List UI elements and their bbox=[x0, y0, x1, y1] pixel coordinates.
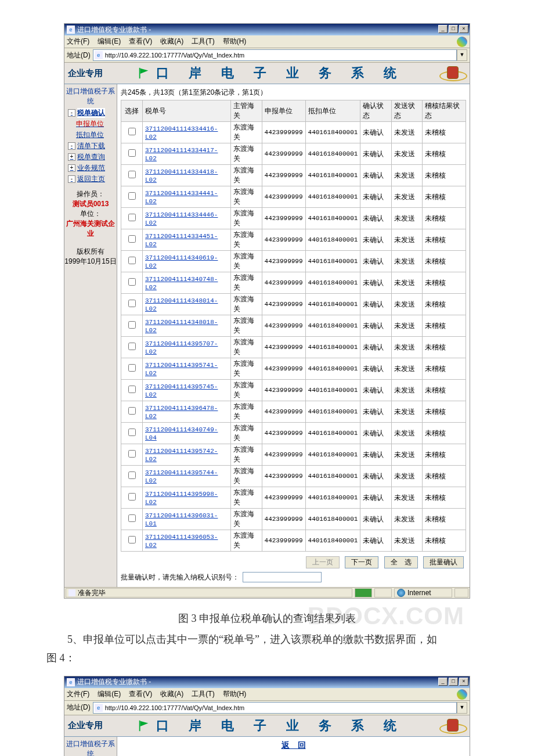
close-button[interactable]: × bbox=[459, 25, 468, 33]
tree-expander-icon[interactable]: + bbox=[68, 153, 75, 161]
menu-view[interactable]: 查看(V) bbox=[129, 689, 152, 699]
table-cell: 未稽核 bbox=[423, 122, 466, 143]
row-checkbox[interactable] bbox=[128, 471, 136, 479]
address-field[interactable]: e http://10.49.222.100:17777/Vat/Qy/Vat_… bbox=[93, 702, 457, 714]
select-all-button[interactable]: 全 选 bbox=[384, 556, 418, 568]
menu-help[interactable]: 帮助(H) bbox=[223, 37, 247, 46]
tax-bill-link[interactable]: 371120041114396478-L02 bbox=[145, 405, 218, 420]
tax-bill-link[interactable]: 371120041114348018-L02 bbox=[145, 319, 218, 334]
sidebar-item[interactable]: -返回主页 bbox=[64, 174, 117, 185]
tax-bill-link[interactable]: 371120041114334446-L02 bbox=[145, 211, 218, 226]
tax-bill-link[interactable]: 371120041114334416-L02 bbox=[145, 125, 218, 141]
row-checkbox[interactable] bbox=[128, 386, 136, 393]
table-cell: 4401618400001 bbox=[305, 251, 360, 272]
row-checkbox[interactable] bbox=[128, 171, 136, 178]
table-cell: 东渡海关 bbox=[231, 423, 262, 444]
menu-file[interactable]: 文件(F) bbox=[67, 37, 89, 46]
sidebar-item[interactable]: -税单确认 bbox=[64, 107, 117, 118]
close-button[interactable]: × bbox=[459, 678, 468, 686]
tax-bill-link[interactable]: 371120041114396031-L01 bbox=[145, 512, 218, 527]
tax-bill-link[interactable]: 371120041114395707-L02 bbox=[145, 340, 218, 355]
row-checkbox[interactable] bbox=[128, 235, 136, 243]
table-header: 选择 bbox=[121, 100, 143, 122]
row-checkbox[interactable] bbox=[128, 407, 136, 415]
sidebar-item[interactable]: +业务规范 bbox=[64, 163, 117, 174]
table-cell: 未稽核 bbox=[423, 294, 466, 315]
row-checkbox[interactable] bbox=[128, 450, 136, 458]
table-cell: 4401618400001 bbox=[305, 401, 360, 423]
minimize-button[interactable]: _ bbox=[438, 25, 448, 33]
next-page-button[interactable]: 下一页 bbox=[345, 556, 378, 568]
tax-bill-link[interactable]: 371120041114340749-L04 bbox=[145, 426, 218, 441]
paging-text: 共245条，共13页（第1至第20条记录，第1页） bbox=[121, 87, 466, 100]
address-dropdown[interactable]: ▼ bbox=[457, 702, 467, 714]
row-checkbox[interactable] bbox=[128, 536, 136, 543]
row-checkbox[interactable] bbox=[128, 493, 136, 501]
table-row: 371120041114395998-L02东渡海关44239999994401… bbox=[121, 487, 466, 509]
table-cell: 4401618400001 bbox=[305, 487, 360, 509]
tree-expander-icon[interactable]: - bbox=[68, 109, 75, 117]
table-cell: 未发送 bbox=[391, 423, 422, 444]
row-checkbox[interactable] bbox=[128, 278, 136, 286]
sidebar-item[interactable]: -清单下载 bbox=[64, 141, 117, 152]
tax-bill-link[interactable]: 371120041114340619-L02 bbox=[145, 254, 218, 269]
row-checkbox[interactable] bbox=[128, 321, 136, 329]
table-cell: 4401618400001 bbox=[305, 208, 360, 229]
maximize-button[interactable]: □ bbox=[449, 678, 458, 686]
tree-expander-icon[interactable]: - bbox=[68, 142, 75, 150]
note-label: 批量确认时，请先输入纳税人识别号： bbox=[121, 573, 239, 582]
row-checkbox[interactable] bbox=[128, 300, 136, 307]
row-checkbox[interactable] bbox=[128, 149, 136, 157]
sidebar-item[interactable]: 申报单位 bbox=[64, 118, 117, 129]
return-link[interactable]: 返 回 bbox=[282, 740, 306, 750]
tax-bill-link[interactable]: 371120041114334417-L02 bbox=[145, 147, 218, 162]
row-checkbox[interactable] bbox=[128, 128, 136, 135]
tree-expander-icon[interactable]: + bbox=[68, 164, 75, 172]
menu-help[interactable]: 帮助(H) bbox=[223, 689, 247, 699]
menubar: 文件(F) 编辑(E) 查看(V) 收藏(A) 工具(T) 帮助(H) bbox=[64, 35, 470, 48]
table-cell: 未发送 bbox=[391, 208, 422, 229]
titlebar: e 进口增值税专业缴款书 - _ □ × bbox=[64, 24, 470, 35]
tax-bill-link[interactable]: 371120041114395745-L02 bbox=[145, 383, 218, 398]
table-row: 371120041114334446-L02东渡海关44239999994401… bbox=[121, 208, 466, 229]
row-checkbox[interactable] bbox=[128, 192, 136, 200]
menu-edit[interactable]: 编辑(E) bbox=[98, 689, 121, 699]
taxpayer-id-input[interactable] bbox=[243, 572, 322, 582]
tax-bill-link[interactable]: 371120041114334441-L02 bbox=[145, 190, 218, 205]
sidebar-item[interactable]: 抵扣单位 bbox=[64, 129, 117, 141]
row-checkbox[interactable] bbox=[128, 429, 136, 436]
menu-view[interactable]: 查看(V) bbox=[129, 37, 152, 46]
sidebar-item[interactable]: +税单查询 bbox=[64, 152, 117, 163]
menu-fav[interactable]: 收藏(A) bbox=[160, 689, 183, 699]
row-checkbox[interactable] bbox=[128, 343, 136, 350]
tree-expander-icon[interactable]: - bbox=[68, 175, 75, 183]
menu-tools[interactable]: 工具(T) bbox=[192, 37, 214, 46]
address-dropdown[interactable]: ▼ bbox=[457, 49, 467, 61]
menu-edit[interactable]: 编辑(E) bbox=[98, 37, 121, 46]
tax-bill-link[interactable]: 371120041114334451-L02 bbox=[145, 233, 218, 248]
sidebar-item-label: 税单查询 bbox=[77, 152, 105, 162]
address-field[interactable]: e http://10.49.222.100:17777/Vat/Qy/Vat_… bbox=[93, 49, 457, 61]
data-table: 选择税单号主管海关申报单位抵扣单位确认状态发送状态稽核结果状态371120041… bbox=[121, 100, 466, 552]
menu-fav[interactable]: 收藏(A) bbox=[160, 37, 183, 46]
tax-bill-link[interactable]: 371120041114395998-L02 bbox=[145, 491, 218, 506]
row-checkbox[interactable] bbox=[128, 257, 136, 264]
row-checkbox[interactable] bbox=[128, 514, 136, 522]
tax-bill-link[interactable]: 371120041114395741-L02 bbox=[145, 362, 218, 377]
batch-confirm-button[interactable]: 批量确认 bbox=[423, 556, 464, 568]
table-cell: 4423999999 bbox=[262, 444, 305, 466]
tax-bill-link[interactable]: 371120041114395742-L02 bbox=[145, 448, 218, 463]
tax-bill-link[interactable]: 371120041114334418-L02 bbox=[145, 168, 218, 183]
flag-icon bbox=[138, 67, 150, 80]
tax-bill-link[interactable]: 371120041114395744-L02 bbox=[145, 469, 218, 484]
menu-tools[interactable]: 工具(T) bbox=[192, 689, 214, 699]
tax-bill-link[interactable]: 371120041114396053-L02 bbox=[145, 534, 218, 549]
tax-bill-link[interactable]: 371120041114348014-L02 bbox=[145, 297, 218, 312]
row-checkbox[interactable] bbox=[128, 364, 136, 372]
row-checkbox[interactable] bbox=[128, 214, 136, 221]
maximize-button[interactable]: □ bbox=[449, 25, 458, 33]
table-cell: 东渡海关 bbox=[231, 509, 262, 530]
menu-file[interactable]: 文件(F) bbox=[67, 689, 89, 699]
minimize-button[interactable]: _ bbox=[438, 678, 448, 686]
tax-bill-link[interactable]: 371120041114340748-L02 bbox=[145, 276, 218, 291]
